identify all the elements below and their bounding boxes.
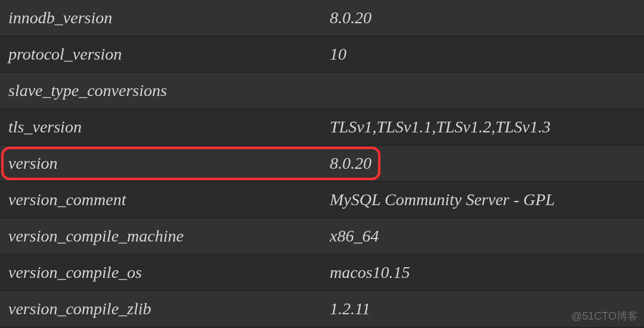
table-row: tls_version TLSv1,TLSv1.1,TLSv1.2,TLSv1.… [0, 109, 644, 146]
variable-value: MySQL Community Server - GPL [325, 190, 644, 209]
variable-name: protocol_version [0, 45, 325, 64]
table-row: protocol_version 10 [0, 36, 644, 73]
table-row: version_compile_zlib 1.2.11 [0, 291, 644, 327]
variable-value: TLSv1,TLSv1.1,TLSv1.2,TLSv1.3 [325, 117, 644, 137]
table-row-highlighted: version 8.0.20 [0, 146, 644, 182]
variable-name: slave_type_conversions [0, 81, 325, 100]
variable-value: 8.0.20 [325, 8, 644, 27]
table-row: version_compile_os macos10.15 [0, 255, 644, 291]
variable-name: version_comment [0, 190, 325, 209]
variables-table: innodb_version 8.0.20 protocol_version 1… [0, 0, 644, 327]
variable-value: x86_64 [325, 227, 644, 246]
variable-name: version [0, 154, 325, 173]
variable-name: version_compile_machine [0, 227, 325, 246]
table-row: slave_type_conversions [0, 73, 644, 109]
variable-value: 10 [325, 45, 644, 64]
watermark: @51CTO博客 [571, 309, 638, 323]
variable-value: macos10.15 [325, 263, 644, 282]
variable-value: 8.0.20 [325, 154, 644, 173]
variable-name: tls_version [0, 117, 325, 137]
table-row: version_compile_machine x86_64 [0, 218, 644, 255]
table-row: version_comment MySQL Community Server -… [0, 182, 644, 218]
variable-name: version_compile_zlib [0, 299, 325, 318]
variable-name: innodb_version [0, 8, 325, 27]
table-row: innodb_version 8.0.20 [0, 0, 644, 36]
variable-name: version_compile_os [0, 263, 325, 282]
